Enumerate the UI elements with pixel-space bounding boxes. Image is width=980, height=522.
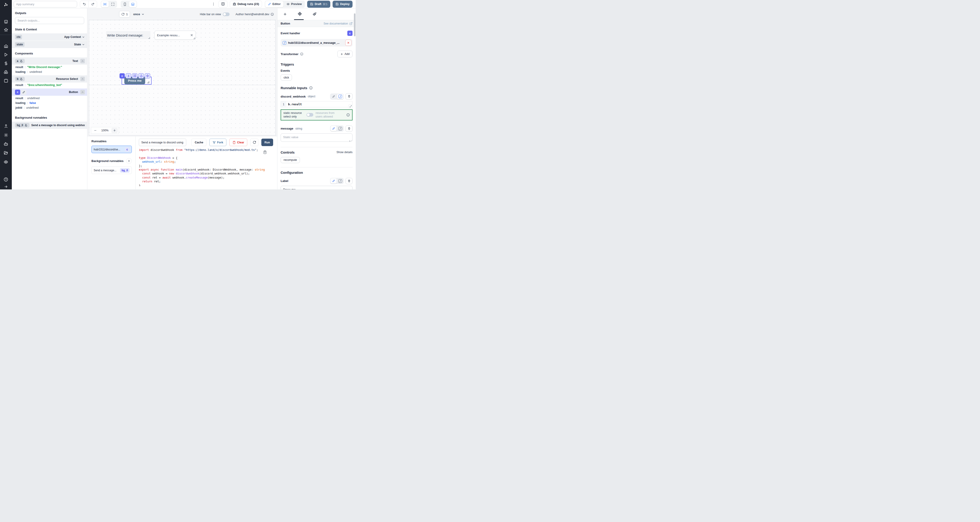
redo-button[interactable] [89, 1, 97, 8]
add-background-runnable-button[interactable] [126, 158, 132, 164]
docs-book-button[interactable] [218, 1, 228, 8]
info-icon[interactable] [347, 113, 350, 116]
collapse-c-button[interactable] [80, 90, 85, 94]
chevron-down-icon[interactable] [82, 43, 85, 46]
show-details-link[interactable]: Show details [336, 151, 353, 154]
see-documentation-link[interactable]: See documentation [323, 22, 353, 25]
remove-runnable-button[interactable] [345, 40, 352, 46]
search-outputs-input[interactable] [15, 17, 84, 24]
recompute-chip[interactable]: recompute [281, 157, 300, 163]
fullwidth-button[interactable] [109, 1, 116, 7]
connected-mode-function-button[interactable]: ƒ [337, 126, 343, 131]
collapse-a-button[interactable] [80, 59, 85, 63]
runnable-item-selected[interactable]: hub/1511/discord/se... c [91, 146, 132, 153]
info-icon[interactable] [309, 86, 313, 90]
connection-expression[interactable]: 1 b.result [281, 101, 353, 107]
resize-handle[interactable] [148, 37, 150, 39]
app-summary-input[interactable] [14, 1, 77, 8]
runs-play-icon[interactable] [0, 51, 12, 58]
app-canvas[interactable]: Write Discord message: Example resou... … [89, 20, 275, 135]
move-component-button[interactable] [145, 73, 150, 78]
refresh-count-box[interactable]: 1 [119, 11, 130, 18]
connected-mode-function-button[interactable]: ƒ [337, 94, 343, 99]
folders-icon[interactable] [0, 150, 12, 156]
component-row-c-selected[interactable]: c Button [12, 89, 87, 96]
help-icon[interactable] [0, 176, 12, 183]
more-menu-button[interactable] [211, 1, 216, 8]
tab-editor[interactable]: Editor [265, 1, 283, 7]
zoom-in-button[interactable] [111, 128, 118, 133]
resize-handle[interactable] [147, 81, 149, 83]
connected-mode-function-button[interactable]: ƒ [337, 178, 343, 183]
reload-script-button[interactable] [250, 138, 258, 146]
mobile-view-button[interactable] [121, 1, 129, 7]
static-mode-pencil-button[interactable] [331, 94, 337, 99]
event-chip-click[interactable]: click [281, 75, 292, 81]
fullscreen-component-button[interactable] [132, 73, 137, 78]
info-icon[interactable] [300, 53, 303, 56]
script-name-input[interactable] [139, 138, 186, 146]
clear-button[interactable]: Clear [229, 138, 247, 146]
fork-button[interactable]: Fork [209, 138, 226, 146]
center-align-button[interactable] [101, 1, 109, 7]
resources-boxes-icon[interactable] [0, 69, 12, 76]
variables-dollar-icon[interactable] [0, 60, 12, 67]
function-icon: ƒ [339, 179, 342, 183]
workspace-icon[interactable] [0, 18, 12, 25]
schedules-calendar-icon[interactable] [0, 77, 12, 84]
canvas-text-component[interactable]: Write Discord message: [106, 31, 150, 39]
resource-mode-toggle[interactable] [307, 113, 313, 116]
add-transformer-button[interactable]: Add [337, 51, 353, 57]
desktop-view-button[interactable] [129, 1, 137, 7]
collapse-b-button[interactable] [80, 77, 85, 81]
connect-plug-button[interactable] [345, 93, 353, 100]
anchor-component-button[interactable] [138, 73, 144, 78]
expand-down-button[interactable] [126, 73, 131, 78]
run-button[interactable]: Run [261, 138, 273, 146]
message-static-value-input[interactable] [281, 134, 353, 142]
zoom-out-button[interactable] [92, 128, 99, 133]
connect-plug-button[interactable] [345, 178, 353, 184]
runnable-item-bg0[interactable]: Send a message... bg_0 [91, 167, 132, 174]
chevron-down-icon[interactable] [82, 36, 85, 38]
edit-pencil-icon[interactable] [21, 90, 26, 95]
windmill-logo-icon[interactable] [0, 2, 12, 8]
runnable-picker[interactable]: ƒ hub/1511/discord/send_a_message_... [281, 39, 353, 46]
home-icon[interactable] [0, 43, 12, 49]
cache-button[interactable]: Cache [191, 138, 207, 146]
component-row-b[interactable]: b Resource Select [12, 75, 87, 83]
settings-gear-icon[interactable] [0, 132, 12, 138]
expand-editor-button[interactable] [349, 104, 353, 108]
draft-button[interactable]: Draft ⌘S [307, 1, 330, 8]
component-row-a[interactable]: a Text [12, 57, 87, 65]
deploy-button[interactable]: Deploy [332, 1, 353, 8]
paintbrush-icon [313, 12, 317, 16]
static-mode-pencil-button[interactable] [331, 126, 337, 131]
copy-code-button[interactable] [263, 150, 267, 154]
tab-component-settings[interactable] [298, 12, 302, 16]
static-mode-pencil-button[interactable] [331, 178, 337, 183]
schedule-select[interactable]: once [133, 13, 144, 16]
undo-button[interactable] [80, 1, 89, 8]
resize-handle[interactable] [194, 37, 195, 39]
tab-styling[interactable] [312, 12, 317, 16]
clear-x-icon[interactable] [190, 33, 193, 37]
collapse-arrow-icon[interactable] [0, 183, 12, 189]
audit-eye-icon[interactable] [0, 159, 12, 166]
output-row-ctx[interactable]: ctx App Context [12, 33, 87, 41]
workers-robot-icon[interactable] [0, 141, 12, 148]
tab-insert-component[interactable] [283, 12, 287, 16]
user-icon[interactable] [0, 123, 12, 129]
info-icon[interactable] [270, 13, 274, 16]
code-editor[interactable]: import discordwebhook from "https://deno… [139, 148, 277, 186]
background-runnable-row[interactable]: bg_0 Send a message to discord using web… [12, 122, 87, 129]
tab-preview[interactable]: Preview [284, 1, 304, 7]
favorites-star-icon[interactable] [0, 26, 12, 33]
debug-runs-button[interactable]: Debug runs (23) [230, 1, 262, 8]
panel-scrollbar[interactable] [354, 13, 355, 36]
output-row-state[interactable]: state State [12, 41, 87, 48]
label-value-input[interactable]: Press me [281, 186, 353, 189]
connect-plug-button[interactable] [345, 126, 353, 132]
canvas-resource-select-component[interactable]: Example resou... [154, 30, 196, 40]
hide-bar-toggle[interactable] [223, 13, 229, 16]
